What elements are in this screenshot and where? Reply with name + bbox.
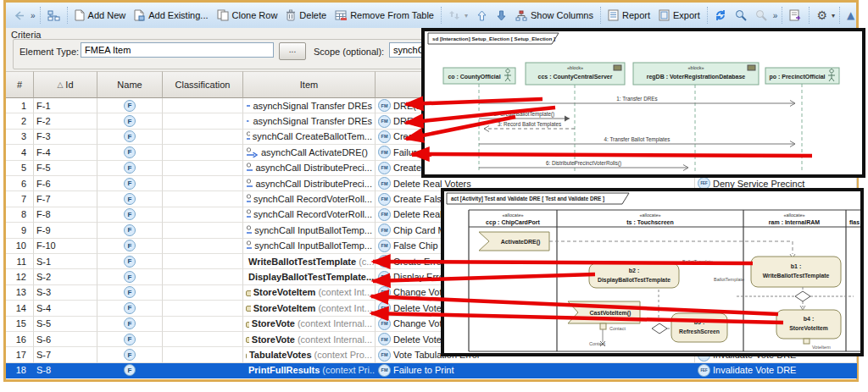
cell-item[interactable]: StoreVote(context Internal...	[243, 317, 376, 332]
cell-name[interactable]: F	[97, 301, 163, 316]
cell-id[interactable]: F-2	[34, 113, 97, 129]
cell-num[interactable]: 12	[6, 269, 34, 284]
cell-classification[interactable]	[163, 176, 243, 191]
refresh-button[interactable]	[710, 8, 731, 23]
cell-name[interactable]: F	[97, 113, 163, 129]
cell-name[interactable]: F	[97, 239, 163, 254]
table-row-S-8[interactable]: 18S-8FPrintFullResults(context Pri...FMF…	[6, 363, 857, 378]
cell-num[interactable]: 10	[6, 239, 34, 254]
cell-id[interactable]: S-3	[34, 285, 97, 301]
cell-id[interactable]: F-4	[34, 145, 97, 160]
cell-id[interactable]: F-6	[34, 176, 97, 191]
back-button[interactable]	[9, 9, 29, 22]
cell-item[interactable]: asynchCall ActivateDRE()	[243, 145, 376, 160]
activity-diagram-window[interactable]: act [Activity] Test and Validate DRE [ T…	[441, 188, 864, 356]
cell-classification[interactable]	[163, 317, 243, 332]
column-header-Id[interactable]: △Id	[34, 71, 97, 98]
cell-name[interactable]: F	[97, 254, 163, 269]
cell-num[interactable]: 3	[6, 130, 34, 145]
cell-item[interactable]: WriteBallotTestTemplate(c...	[243, 254, 376, 269]
cell-name[interactable]: F	[97, 347, 163, 362]
options-button[interactable]: ⚙ ▾	[812, 8, 839, 23]
remove-from-table-button[interactable]: Remove From Table	[331, 8, 438, 23]
export-button[interactable]: Export	[654, 8, 704, 23]
toolbar-overflow-left[interactable]: »	[29, 11, 37, 20]
cell-num[interactable]: 6	[6, 176, 34, 191]
cell-name[interactable]: F	[97, 130, 163, 145]
cell-id[interactable]: S-2	[34, 269, 97, 284]
cell-num[interactable]: 4	[6, 145, 34, 160]
cell-item[interactable]: synchCall InputBallotTemp...	[243, 239, 376, 254]
cell-classification[interactable]	[163, 332, 243, 347]
cell-item[interactable]: asynchCall DistributePreci...	[243, 176, 376, 191]
cell-num[interactable]: 17	[6, 347, 34, 362]
cell-effect[interactable]: FEFInvalidate Vote DRE	[695, 363, 857, 378]
cell-classification[interactable]	[163, 98, 243, 113]
cell-failure-mode[interactable]: FMFailure to Print	[376, 363, 695, 378]
cell-num[interactable]: 9	[6, 223, 34, 238]
cell-name[interactable]: F	[97, 176, 163, 191]
toolbar-overflow-right[interactable]: »	[771, 11, 780, 20]
delete-button[interactable]: Delete	[281, 8, 331, 23]
cell-classification[interactable]	[163, 269, 243, 284]
cell-name[interactable]: F	[97, 317, 163, 332]
cell-item[interactable]: StoreVoteItem(context Int...	[243, 285, 376, 301]
cell-id[interactable]: S-6	[34, 332, 97, 347]
cell-num[interactable]: 18	[6, 363, 34, 378]
cell-num[interactable]: 8	[6, 207, 34, 223]
browse-element-type-button[interactable]: ...	[279, 42, 306, 60]
cell-item[interactable]: StoreVote(context Internal...	[243, 332, 376, 347]
cell-id[interactable]: S-5	[34, 317, 97, 332]
cell-item[interactable]: synchCall InputBallotTemp...	[243, 223, 376, 238]
cell-classification[interactable]	[163, 301, 243, 316]
cell-name[interactable]: F	[97, 285, 163, 301]
cell-name[interactable]: F	[97, 191, 163, 207]
cell-classification[interactable]	[163, 145, 243, 160]
cell-name[interactable]: F	[97, 269, 163, 284]
cell-id[interactable]: F-1	[34, 98, 97, 113]
cell-classification[interactable]	[163, 347, 243, 362]
cell-item[interactable]: asynchCall DistributePreci...	[243, 161, 376, 176]
cell-name[interactable]: F	[97, 363, 163, 378]
cell-classification[interactable]	[163, 254, 243, 269]
cell-id[interactable]: F-10	[34, 239, 97, 254]
collapse-toolbar-button[interactable]: ▲	[843, 8, 859, 23]
sequence-diagram-window[interactable]: sd [Interaction] Setup_Election [ Setup_…	[421, 28, 865, 178]
cell-num[interactable]: 14	[6, 301, 34, 316]
cell-item[interactable]: synchCall RecordVoterRoll...	[243, 207, 376, 223]
cell-item[interactable]: synchCall RecordVoterRoll...	[243, 191, 376, 207]
cell-classification[interactable]	[163, 223, 243, 238]
add-new-button[interactable]: Add New	[70, 8, 131, 23]
cell-classification[interactable]	[163, 239, 243, 254]
cell-num[interactable]: 1	[6, 98, 34, 113]
cell-num[interactable]: 15	[6, 317, 34, 332]
report-button[interactable]: Report	[604, 8, 654, 23]
move-down-button[interactable]	[492, 8, 511, 23]
move-group-button[interactable]: ▾	[444, 8, 472, 22]
cell-id[interactable]: S-8	[34, 363, 97, 378]
cell-item[interactable]: asynchSignal Transfer DREs	[243, 98, 376, 113]
cell-name[interactable]: F	[97, 161, 163, 176]
structure-map-button[interactable]	[43, 8, 64, 23]
cell-num[interactable]: 5	[6, 161, 34, 176]
cell-classification[interactable]	[163, 113, 243, 129]
cell-name[interactable]: F	[97, 207, 163, 223]
cell-item[interactable]: StoreVoteItem(context Int...	[243, 301, 376, 316]
cell-id[interactable]: F-5	[34, 161, 97, 176]
add-existing-button[interactable]: Add Existing...	[130, 8, 212, 23]
column-header-#[interactable]: #	[6, 71, 34, 98]
column-header-Classification[interactable]: Classification	[163, 71, 243, 98]
generate-report-button[interactable]	[785, 8, 806, 23]
cell-num[interactable]: 13	[6, 285, 34, 301]
column-header-Item[interactable]: Item	[243, 71, 376, 98]
clone-row-button[interactable]: Clone Row	[213, 8, 282, 23]
cell-num[interactable]: 11	[6, 254, 34, 269]
move-up-button[interactable]	[472, 8, 492, 23]
cell-id[interactable]: S-4	[34, 301, 97, 316]
zoom-out-button[interactable]	[751, 8, 771, 23]
cell-name[interactable]: F	[97, 223, 163, 238]
cell-num[interactable]: 7	[6, 191, 34, 207]
cell-classification[interactable]	[163, 191, 243, 207]
cell-id[interactable]: S-7	[34, 347, 97, 362]
cell-item[interactable]: TabulateVotes(context Pro...	[243, 347, 376, 362]
